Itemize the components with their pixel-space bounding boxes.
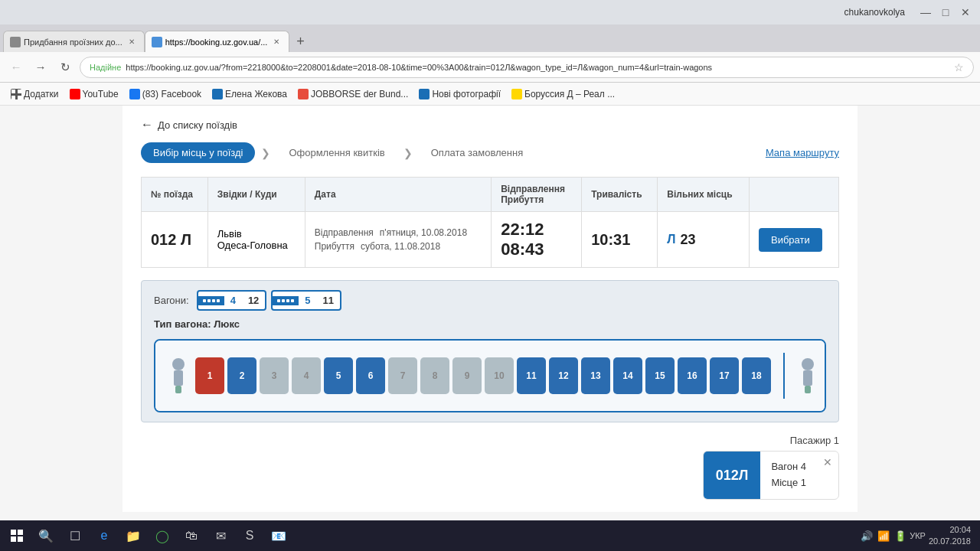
select-button[interactable]: Вибрати xyxy=(759,228,822,252)
taskbar-task-button[interactable]: ☐ xyxy=(61,522,89,549)
breadcrumb-step3[interactable]: Оплата замовлення xyxy=(419,142,536,163)
bookmark-borussia[interactable]: Боруссия Д – Реал ... xyxy=(507,87,619,101)
passenger-seat: Місце 1 xyxy=(771,475,806,491)
wagon-btn-4[interactable]: 4 12 xyxy=(197,290,267,311)
seat-16[interactable]: 16 xyxy=(678,357,707,394)
wagons-label-text: Вагони: xyxy=(154,295,189,306)
passenger-card: 012Л Вагон 4 Місце 1 ✕ xyxy=(703,451,839,500)
back-button[interactable]: ← xyxy=(6,57,26,77)
seat-5[interactable]: 5 xyxy=(324,357,353,394)
bookmark-jobborse[interactable]: JOBBORSE der Bund... xyxy=(293,87,413,101)
borussia-icon xyxy=(511,89,522,99)
tab-1[interactable]: Придбання проїзних до... ✕ xyxy=(3,31,145,52)
taskbar-mail2-button[interactable]: 📧 xyxy=(265,522,292,549)
taskbar: 🔍 ☐ e 📁 ◯ 🛍 ✉ S 📧 🔊 📶 🔋 УКР 20:04 20.07.… xyxy=(0,520,980,551)
wagon-label: Вагони: 4 xyxy=(154,290,826,311)
back-arrow-icon: ← xyxy=(141,118,153,132)
seat-17[interactable]: 17 xyxy=(710,357,739,394)
wagon-btn-group: 4 12 xyxy=(197,290,341,311)
train-dates: Відправлення п'ятниця, 10.08.2018 Прибут… xyxy=(305,212,491,268)
taskbar-time: 20:04 20.07.2018 xyxy=(929,524,971,548)
passenger-close-button[interactable]: ✕ xyxy=(817,452,838,499)
bookmark-facebook[interactable]: (83) Facebook xyxy=(125,87,206,101)
breadcrumb-step1[interactable]: Вибір місць у поїзді xyxy=(141,142,255,163)
svg-rect-4 xyxy=(803,370,812,386)
address-bar: ← → ↻ Надійне https://booking.uz.gov.ua/… xyxy=(0,52,980,83)
breadcrumb-step2[interactable]: Оформлення квитків xyxy=(276,142,397,163)
svg-point-3 xyxy=(802,358,814,370)
taskbar-chrome-button[interactable]: ◯ xyxy=(149,522,176,549)
bookmark-elena[interactable]: Елена Жекова xyxy=(207,87,292,101)
clock-time: 20:04 xyxy=(929,524,971,536)
battery-icon[interactable]: 🔋 xyxy=(894,530,906,542)
seat-7: 7 xyxy=(388,357,417,394)
seat-10: 10 xyxy=(485,357,514,394)
seats-row: 123456789101112131415161718 xyxy=(195,357,771,394)
speaker-icon[interactable]: 🔊 xyxy=(861,530,873,542)
network-icon[interactable]: 📶 xyxy=(877,530,890,542)
forward-button[interactable]: → xyxy=(31,57,51,77)
bookmark-apps[interactable]: Додатки xyxy=(6,87,64,101)
close-button[interactable]: ✕ xyxy=(957,4,974,21)
seat-11[interactable]: 11 xyxy=(517,357,546,394)
main-content: ← До списку поїздів Вибір місць у поїзді… xyxy=(0,106,980,551)
arrival-date: субота, 11.08.2018 xyxy=(361,241,440,252)
bookmark-facebook-label: (83) Facebook xyxy=(142,89,201,99)
bookmark-photos[interactable]: Нові фотографії xyxy=(414,87,505,101)
bookmark-youtube[interactable]: YouTube xyxy=(65,87,123,101)
new-tab-button[interactable]: + xyxy=(289,31,311,52)
wagon-section: Вагони: 4 xyxy=(141,280,839,422)
maximize-button[interactable]: □ xyxy=(937,4,954,21)
wagon-btn-5[interactable]: 5 11 xyxy=(271,290,341,311)
seat-1[interactable]: 1 xyxy=(195,357,224,394)
refresh-button[interactable]: ↻ xyxy=(55,57,75,77)
seat-3: 3 xyxy=(260,357,289,394)
taskbar-mail-button[interactable]: ✉ xyxy=(207,522,234,549)
url-bar[interactable]: Надійне https://booking.uz.gov.ua/?from=… xyxy=(80,57,974,78)
dot4 xyxy=(217,299,220,302)
taskbar-edge-button[interactable]: e xyxy=(90,522,118,549)
clock-date: 20.07.2018 xyxy=(929,536,971,547)
facebook-icon xyxy=(129,89,140,99)
seat-12[interactable]: 12 xyxy=(549,357,578,394)
taskbar-lang: УКР xyxy=(910,531,926,540)
scroll-line xyxy=(783,353,785,399)
tab-2[interactable]: https://booking.uz.gov.ua/... ✕ xyxy=(145,31,290,52)
breadcrumb: Вибір місць у поїзді ❯ Оформлення квиткі… xyxy=(141,142,839,163)
seat-2[interactable]: 2 xyxy=(227,357,256,394)
minimize-button[interactable]: — xyxy=(917,4,934,21)
back-to-list[interactable]: ← До списку поїздів xyxy=(141,118,839,132)
seat-14[interactable]: 14 xyxy=(613,357,642,394)
passenger-section: Пасажир 1 012Л Вагон 4 Місце 1 ✕ xyxy=(141,435,839,500)
passenger-title: Пасажир 1 xyxy=(703,435,839,446)
svg-rect-5 xyxy=(805,386,811,393)
seat-18[interactable]: 18 xyxy=(742,357,771,394)
taskbar-store-button[interactable]: 🛍 xyxy=(178,522,205,549)
svg-rect-1 xyxy=(174,370,183,386)
map-link[interactable]: Мапа маршруту xyxy=(766,147,839,158)
wagon5-count: 11 xyxy=(317,292,340,309)
bookmark-star[interactable]: ☆ xyxy=(954,61,964,73)
windows-icon xyxy=(11,530,23,542)
breadcrumb-step1-label: Вибір місць у поїзді xyxy=(153,147,243,158)
taskbar-explorer-button[interactable]: 📁 xyxy=(119,522,147,549)
tab2-close[interactable]: ✕ xyxy=(270,36,283,48)
wagon5-icon xyxy=(273,296,299,305)
wagon-type-label: Тип вагона: Люкс xyxy=(154,318,826,330)
browser-user: chukanovkolya xyxy=(6,7,914,18)
seat-13[interactable]: 13 xyxy=(581,357,610,394)
wagon4-count: 12 xyxy=(242,292,265,309)
tab1-close[interactable]: ✕ xyxy=(126,36,138,48)
train-table: № поїзда Звідки / Куди Дата Відправлення… xyxy=(141,177,839,268)
start-sq3 xyxy=(11,536,16,542)
taskbar-search-button[interactable]: 🔍 xyxy=(32,522,60,549)
wagon4-icon xyxy=(198,296,224,305)
start-button[interactable] xyxy=(3,522,31,549)
taskbar-skype-button[interactable]: S xyxy=(236,522,263,549)
dot3 xyxy=(212,299,215,302)
table-row: 012 Л Львів Одеса-Головна Відправлення п… xyxy=(142,212,839,268)
sys-icons: 🔊 📶 🔋 xyxy=(861,530,906,542)
seat-count: 23 xyxy=(681,232,696,248)
seat-6[interactable]: 6 xyxy=(356,357,385,394)
seat-15[interactable]: 15 xyxy=(645,357,675,394)
